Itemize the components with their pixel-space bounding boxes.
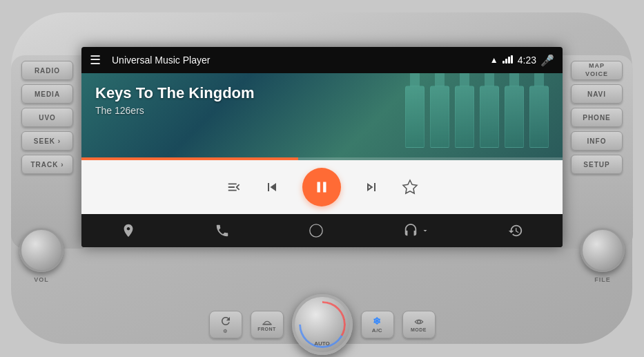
vol-label: VOL (19, 276, 64, 283)
progress-fill (81, 157, 298, 160)
favorite-button[interactable] (402, 179, 418, 195)
seek-button[interactable]: SEEK › (21, 131, 73, 151)
left-panel: RADIO MEDIA UVO SEEK › TRACK › (11, 55, 84, 249)
screen: ☰ Universal Music Player ▲ 4:23 🎤 (81, 47, 563, 247)
media-button[interactable]: MEDIA (21, 84, 73, 104)
svg-point-6 (417, 320, 420, 323)
svg-rect-5 (262, 323, 271, 325)
navi-button[interactable]: NAVI (571, 84, 623, 104)
queue-button[interactable] (226, 180, 242, 195)
signal-icon: ▲ (490, 55, 498, 65)
nav-home-button[interactable] (309, 223, 324, 238)
car-dashboard: RADIO MEDIA UVO SEEK › TRACK › MAPVOICE … (0, 0, 644, 357)
svg-point-4 (310, 224, 322, 237)
radio-button[interactable]: RADIO (21, 61, 73, 80)
nav-audio-button[interactable] (403, 223, 429, 238)
play-pause-button[interactable] (302, 168, 341, 206)
file-label: FILE (580, 276, 625, 283)
svg-rect-2 (508, 57, 510, 64)
bottom-controls-area: ⚙ FRONT AUTO ❄ A/C MODE (81, 298, 563, 350)
settings-bottom-button[interactable]: ⚙ (209, 311, 242, 338)
menu-icon[interactable]: ☰ (90, 52, 101, 68)
nav-navigation-button[interactable] (121, 223, 136, 238)
prev-button[interactable] (264, 179, 280, 195)
wifi-icon (502, 55, 514, 66)
song-artist: The 126ers (95, 105, 549, 116)
file-knob[interactable] (580, 228, 625, 272)
app-title: Universal Music Player (112, 55, 483, 66)
setup-button[interactable]: SETUP (571, 155, 623, 174)
vol-knob[interactable] (19, 228, 64, 272)
phone-button[interactable]: PHONE (571, 108, 623, 127)
album-area: Keys To The Kingdom The 126ers (81, 73, 563, 160)
controls-bar (81, 160, 563, 214)
nav-phone-button[interactable] (215, 223, 230, 238)
right-panel: MAPVOICE NAVI PHONE INFO SETUP (560, 55, 633, 249)
uvo-button[interactable]: UVO (21, 108, 73, 127)
status-bar: ☰ Universal Music Player ▲ 4:23 🎤 (81, 47, 563, 73)
auto-label: AUTO (314, 340, 330, 347)
track-button[interactable]: TRACK › (21, 155, 73, 174)
progress-bar[interactable] (81, 157, 563, 160)
mode-button[interactable]: MODE (402, 311, 436, 338)
time-display: 4:23 (518, 55, 536, 66)
info-button[interactable]: INFO (571, 131, 623, 151)
svg-rect-3 (511, 55, 513, 64)
svg-rect-1 (505, 59, 507, 64)
map-voice-button[interactable]: MAPVOICE (571, 61, 623, 80)
next-button[interactable] (363, 179, 380, 195)
ac-button[interactable]: ❄ A/C (361, 311, 394, 338)
front-button[interactable]: FRONT (251, 311, 284, 338)
mic-icon[interactable]: 🎤 (540, 54, 554, 67)
svg-rect-0 (502, 61, 505, 64)
song-title: Keys To The Kingdom (95, 84, 549, 102)
nav-history-button[interactable] (508, 223, 523, 238)
bottom-nav (81, 214, 563, 247)
center-climate-dial[interactable]: AUTO (292, 294, 353, 355)
song-info: Keys To The Kingdom The 126ers (95, 84, 549, 116)
status-icons: ▲ 4:23 🎤 (490, 54, 554, 67)
infotainment-screen: ☰ Universal Music Player ▲ 4:23 🎤 (81, 47, 563, 247)
